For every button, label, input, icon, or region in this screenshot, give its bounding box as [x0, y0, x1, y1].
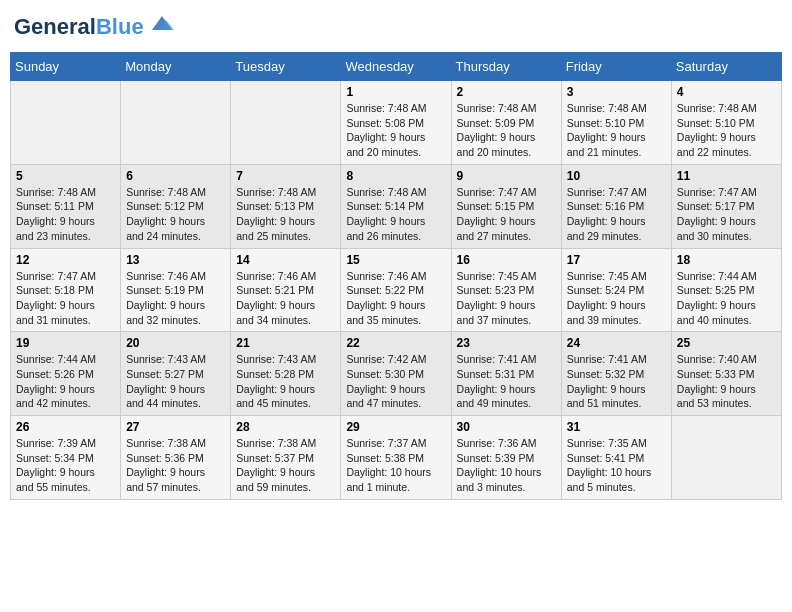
day-info: Sunrise: 7:42 AMSunset: 5:30 PMDaylight:…: [346, 352, 445, 411]
day-info: Sunrise: 7:44 AMSunset: 5:26 PMDaylight:…: [16, 352, 115, 411]
day-number: 25: [677, 336, 776, 350]
calendar-cell: [231, 81, 341, 165]
day-number: 2: [457, 85, 556, 99]
weekday-header-monday: Monday: [121, 53, 231, 81]
calendar-week-row: 12Sunrise: 7:47 AMSunset: 5:18 PMDayligh…: [11, 248, 782, 332]
weekday-header-wednesday: Wednesday: [341, 53, 451, 81]
day-number: 8: [346, 169, 445, 183]
weekday-header-sunday: Sunday: [11, 53, 121, 81]
day-number: 30: [457, 420, 556, 434]
calendar-cell: 3Sunrise: 7:48 AMSunset: 5:10 PMDaylight…: [561, 81, 671, 165]
day-info: Sunrise: 7:46 AMSunset: 5:22 PMDaylight:…: [346, 269, 445, 328]
day-number: 5: [16, 169, 115, 183]
day-info: Sunrise: 7:45 AMSunset: 5:24 PMDaylight:…: [567, 269, 666, 328]
calendar-cell: 7Sunrise: 7:48 AMSunset: 5:13 PMDaylight…: [231, 164, 341, 248]
day-number: 11: [677, 169, 776, 183]
day-info: Sunrise: 7:43 AMSunset: 5:28 PMDaylight:…: [236, 352, 335, 411]
weekday-header-saturday: Saturday: [671, 53, 781, 81]
day-number: 31: [567, 420, 666, 434]
calendar-week-row: 19Sunrise: 7:44 AMSunset: 5:26 PMDayligh…: [11, 332, 782, 416]
day-number: 24: [567, 336, 666, 350]
day-number: 7: [236, 169, 335, 183]
day-number: 12: [16, 253, 115, 267]
day-info: Sunrise: 7:45 AMSunset: 5:23 PMDaylight:…: [457, 269, 556, 328]
day-info: Sunrise: 7:48 AMSunset: 5:12 PMDaylight:…: [126, 185, 225, 244]
day-info: Sunrise: 7:46 AMSunset: 5:19 PMDaylight:…: [126, 269, 225, 328]
calendar-cell: 15Sunrise: 7:46 AMSunset: 5:22 PMDayligh…: [341, 248, 451, 332]
calendar-cell: 25Sunrise: 7:40 AMSunset: 5:33 PMDayligh…: [671, 332, 781, 416]
calendar-cell: 23Sunrise: 7:41 AMSunset: 5:31 PMDayligh…: [451, 332, 561, 416]
calendar-cell: 4Sunrise: 7:48 AMSunset: 5:10 PMDaylight…: [671, 81, 781, 165]
calendar-cell: 6Sunrise: 7:48 AMSunset: 5:12 PMDaylight…: [121, 164, 231, 248]
weekday-header-friday: Friday: [561, 53, 671, 81]
day-number: 26: [16, 420, 115, 434]
calendar-cell: 10Sunrise: 7:47 AMSunset: 5:16 PMDayligh…: [561, 164, 671, 248]
day-info: Sunrise: 7:48 AMSunset: 5:11 PMDaylight:…: [16, 185, 115, 244]
day-number: 29: [346, 420, 445, 434]
day-number: 20: [126, 336, 225, 350]
calendar-cell: 31Sunrise: 7:35 AMSunset: 5:41 PMDayligh…: [561, 416, 671, 500]
calendar-week-row: 5Sunrise: 7:48 AMSunset: 5:11 PMDaylight…: [11, 164, 782, 248]
calendar-cell: 9Sunrise: 7:47 AMSunset: 5:15 PMDaylight…: [451, 164, 561, 248]
day-info: Sunrise: 7:48 AMSunset: 5:14 PMDaylight:…: [346, 185, 445, 244]
day-info: Sunrise: 7:48 AMSunset: 5:10 PMDaylight:…: [567, 101, 666, 160]
day-number: 23: [457, 336, 556, 350]
calendar-cell: 1Sunrise: 7:48 AMSunset: 5:08 PMDaylight…: [341, 81, 451, 165]
calendar-cell: 19Sunrise: 7:44 AMSunset: 5:26 PMDayligh…: [11, 332, 121, 416]
calendar-cell: [11, 81, 121, 165]
calendar-cell: 20Sunrise: 7:43 AMSunset: 5:27 PMDayligh…: [121, 332, 231, 416]
day-number: 10: [567, 169, 666, 183]
day-info: Sunrise: 7:37 AMSunset: 5:38 PMDaylight:…: [346, 436, 445, 495]
day-info: Sunrise: 7:35 AMSunset: 5:41 PMDaylight:…: [567, 436, 666, 495]
weekday-header-thursday: Thursday: [451, 53, 561, 81]
logo-text: GeneralBlue: [14, 16, 144, 38]
calendar-cell: 17Sunrise: 7:45 AMSunset: 5:24 PMDayligh…: [561, 248, 671, 332]
calendar-cell: 26Sunrise: 7:39 AMSunset: 5:34 PMDayligh…: [11, 416, 121, 500]
day-info: Sunrise: 7:48 AMSunset: 5:13 PMDaylight:…: [236, 185, 335, 244]
day-number: 6: [126, 169, 225, 183]
day-info: Sunrise: 7:41 AMSunset: 5:32 PMDaylight:…: [567, 352, 666, 411]
calendar-cell: 22Sunrise: 7:42 AMSunset: 5:30 PMDayligh…: [341, 332, 451, 416]
day-number: 27: [126, 420, 225, 434]
day-number: 14: [236, 253, 335, 267]
calendar-cell: 21Sunrise: 7:43 AMSunset: 5:28 PMDayligh…: [231, 332, 341, 416]
day-number: 9: [457, 169, 556, 183]
day-number: 18: [677, 253, 776, 267]
day-info: Sunrise: 7:47 AMSunset: 5:16 PMDaylight:…: [567, 185, 666, 244]
day-number: 4: [677, 85, 776, 99]
calendar-cell: 28Sunrise: 7:38 AMSunset: 5:37 PMDayligh…: [231, 416, 341, 500]
day-info: Sunrise: 7:46 AMSunset: 5:21 PMDaylight:…: [236, 269, 335, 328]
page-header: GeneralBlue: [10, 10, 782, 44]
day-info: Sunrise: 7:43 AMSunset: 5:27 PMDaylight:…: [126, 352, 225, 411]
calendar-cell: 13Sunrise: 7:46 AMSunset: 5:19 PMDayligh…: [121, 248, 231, 332]
calendar-table: SundayMondayTuesdayWednesdayThursdayFrid…: [10, 52, 782, 500]
calendar-cell: 12Sunrise: 7:47 AMSunset: 5:18 PMDayligh…: [11, 248, 121, 332]
day-number: 28: [236, 420, 335, 434]
day-info: Sunrise: 7:41 AMSunset: 5:31 PMDaylight:…: [457, 352, 556, 411]
calendar-cell: [121, 81, 231, 165]
calendar-cell: 5Sunrise: 7:48 AMSunset: 5:11 PMDaylight…: [11, 164, 121, 248]
calendar-cell: 24Sunrise: 7:41 AMSunset: 5:32 PMDayligh…: [561, 332, 671, 416]
day-info: Sunrise: 7:47 AMSunset: 5:15 PMDaylight:…: [457, 185, 556, 244]
calendar-cell: [671, 416, 781, 500]
calendar-cell: 30Sunrise: 7:36 AMSunset: 5:39 PMDayligh…: [451, 416, 561, 500]
day-number: 16: [457, 253, 556, 267]
calendar-week-row: 1Sunrise: 7:48 AMSunset: 5:08 PMDaylight…: [11, 81, 782, 165]
calendar-cell: 18Sunrise: 7:44 AMSunset: 5:25 PMDayligh…: [671, 248, 781, 332]
logo-icon: [148, 14, 176, 32]
calendar-cell: 11Sunrise: 7:47 AMSunset: 5:17 PMDayligh…: [671, 164, 781, 248]
day-info: Sunrise: 7:47 AMSunset: 5:17 PMDaylight:…: [677, 185, 776, 244]
day-info: Sunrise: 7:38 AMSunset: 5:37 PMDaylight:…: [236, 436, 335, 495]
calendar-cell: 2Sunrise: 7:48 AMSunset: 5:09 PMDaylight…: [451, 81, 561, 165]
day-info: Sunrise: 7:48 AMSunset: 5:09 PMDaylight:…: [457, 101, 556, 160]
day-number: 1: [346, 85, 445, 99]
day-info: Sunrise: 7:36 AMSunset: 5:39 PMDaylight:…: [457, 436, 556, 495]
day-info: Sunrise: 7:38 AMSunset: 5:36 PMDaylight:…: [126, 436, 225, 495]
day-number: 3: [567, 85, 666, 99]
day-number: 21: [236, 336, 335, 350]
day-info: Sunrise: 7:48 AMSunset: 5:10 PMDaylight:…: [677, 101, 776, 160]
calendar-cell: 27Sunrise: 7:38 AMSunset: 5:36 PMDayligh…: [121, 416, 231, 500]
day-number: 19: [16, 336, 115, 350]
calendar-cell: 8Sunrise: 7:48 AMSunset: 5:14 PMDaylight…: [341, 164, 451, 248]
calendar-cell: 29Sunrise: 7:37 AMSunset: 5:38 PMDayligh…: [341, 416, 451, 500]
